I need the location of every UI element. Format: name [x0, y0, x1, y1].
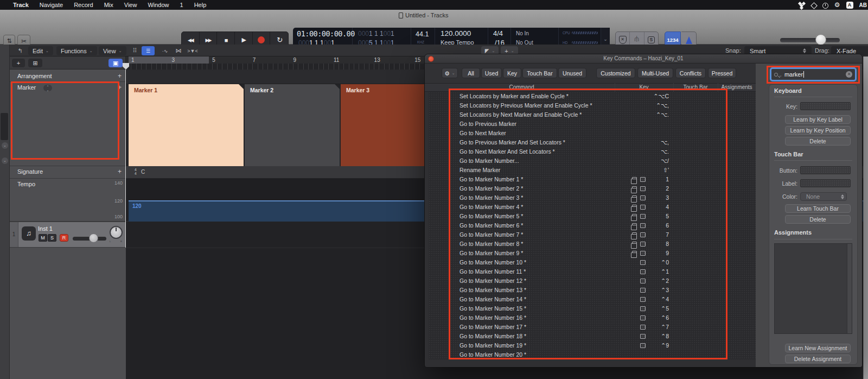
command-row[interactable]: Go to Marker Number 9 *9	[429, 249, 756, 258]
touchbar-label-field[interactable]	[800, 179, 851, 187]
menu-item-record[interactable]: Record	[68, 2, 98, 8]
command-row[interactable]: Go to Marker Number 7 *7	[429, 230, 756, 239]
catch-filter-icon[interactable]: >▼<	[187, 46, 199, 55]
undo-arrow-icon[interactable]: ↰	[14, 46, 26, 55]
command-row[interactable]: Go to Previous Marker And Set Locators *…	[429, 138, 756, 147]
column-touchbar[interactable]: Touch Bar	[673, 84, 718, 90]
functions-menu-button[interactable]: Functions⌄	[56, 46, 97, 55]
clear-search-icon[interactable]: ✕	[846, 71, 852, 78]
record-enable-button[interactable]: R	[60, 234, 68, 242]
key-commands-titlebar[interactable]: Key Commands – Haozi_Key_01	[425, 54, 862, 64]
command-row[interactable]: Go to Marker Number 20 *	[429, 350, 756, 359]
command-row[interactable]: Go to Marker Number 13 *⌃3	[429, 286, 756, 295]
menu-item-1[interactable]: 1	[175, 2, 189, 8]
library-panel-button[interactable]: ▣	[108, 59, 123, 67]
command-row[interactable]: Set Locators by Previous Marker and Enab…	[429, 101, 756, 110]
tab-used[interactable]: Used	[481, 68, 502, 78]
command-row[interactable]: Go to Marker Number 14 *⌃4	[429, 295, 756, 304]
master-volume-slider[interactable]	[780, 38, 840, 42]
menu-item-view[interactable]: View	[119, 2, 143, 8]
command-row[interactable]: Go to Marker Number 17 *⌃7	[429, 323, 756, 332]
command-row[interactable]: Go to Marker Number 18 *⌃8	[429, 332, 756, 341]
delete-key-button[interactable]: Delete	[785, 137, 851, 146]
menu-item-help[interactable]: Help	[189, 2, 212, 8]
mute-button[interactable]: M	[39, 234, 47, 242]
grid-view-icon[interactable]: ⠿	[129, 46, 140, 55]
command-row[interactable]: Go to Marker Number 11 *⌃1	[429, 267, 756, 276]
learn-touch-bar-button[interactable]: Learn Touch Bar	[785, 204, 851, 213]
menu-item-mix[interactable]: Mix	[99, 2, 119, 8]
column-command[interactable]: Command	[429, 84, 615, 90]
filter-pressed[interactable]: Pressed	[708, 68, 736, 78]
filter-multi-used[interactable]: Multi-Used	[637, 68, 673, 78]
track-volume-thumb[interactable]	[89, 233, 98, 243]
add-signature-icon[interactable]: +	[118, 168, 122, 175]
list-view-icon[interactable]: ☰	[142, 46, 155, 55]
command-row[interactable]: Go to Marker Number 8 *8	[429, 239, 756, 249]
stepper-chevron-icon[interactable]: ⌄	[2, 142, 8, 149]
tempo-track-header[interactable]: Tempo 140 120 100	[10, 179, 126, 222]
command-row[interactable]: Go to Marker Number...⌥/	[429, 156, 756, 166]
learn-by-key-position-button[interactable]: Learn by Key Position	[785, 126, 851, 135]
command-row[interactable]: Go to Next Marker And Set Locators *⌥.	[429, 147, 756, 156]
search-field[interactable]: ⌄ marker ✕	[770, 67, 857, 81]
add-arrangement-icon[interactable]: +	[118, 72, 122, 80]
command-row[interactable]: Go to Marker Number 6 *6	[429, 221, 756, 230]
learn-by-key-label-button[interactable]: Learn by Key Label	[785, 115, 851, 124]
column-assignments[interactable]: Assignments	[718, 84, 756, 90]
time-machine-icon[interactable]	[822, 3, 828, 9]
search-input-value[interactable]: marker	[784, 71, 803, 78]
command-row[interactable]: Go to Previous Marker	[429, 119, 756, 129]
pan-knob[interactable]	[110, 226, 123, 239]
arrangement-track-header[interactable]: Arrangement +	[10, 71, 126, 82]
command-row[interactable]: Rename Marker⇧'	[429, 166, 756, 175]
solo-button[interactable]: S	[48, 234, 56, 242]
command-row[interactable]: Go to Next Marker	[429, 129, 756, 138]
command-row[interactable]: Go to Marker Number 15 *⌃5	[429, 304, 756, 313]
master-volume-thumb[interactable]	[815, 34, 826, 45]
delete-assignment-button[interactable]: Delete Assignment	[785, 355, 851, 363]
edit-menu-button[interactable]: Edit⌄	[28, 46, 53, 55]
command-row[interactable]: Go to Marker Number 19 *⌃9	[429, 341, 756, 350]
cycle-region[interactable]	[129, 56, 209, 64]
key-field[interactable]	[800, 102, 851, 110]
instrument-track-header[interactable]: 1 ♫ Inst 1 M S R L R	[10, 222, 126, 248]
delete-touchbar-button[interactable]: Delete	[785, 215, 851, 224]
command-row[interactable]: Go to Marker Number 3 *3	[429, 193, 756, 203]
settings-gear-icon[interactable]: ⚙	[834, 1, 840, 9]
command-row[interactable]: Set Locators by Marker and Enable Cycle …	[429, 92, 756, 101]
duplicate-track-button[interactable]: ⊞	[28, 59, 42, 67]
add-marker-icon[interactable]: +	[118, 84, 122, 91]
add-track-button[interactable]: +	[12, 59, 25, 67]
dropbox-icon[interactable]	[798, 1, 806, 9]
gear-menu-button[interactable]: ⚙⌄	[442, 68, 458, 78]
vertical-scrollbar[interactable]	[863, 56, 868, 379]
menu-item-navigate[interactable]: Navigate	[34, 2, 68, 8]
touchbar-button-field[interactable]	[800, 166, 851, 174]
signature-track-header[interactable]: Signature +	[10, 166, 126, 179]
command-row[interactable]: Go to Marker Number 10 *⌃0	[429, 258, 756, 267]
color-dropdown[interactable]: None	[800, 192, 847, 201]
learn-new-assignment-button[interactable]: Learn New Assignment	[785, 344, 851, 352]
command-row[interactable]: Set Locators by Next Marker and Enable C…	[429, 110, 756, 119]
command-row[interactable]: Go to Marker Number 12 *⌃2	[429, 276, 756, 286]
command-row[interactable]: Go to Marker Number 5 *5	[429, 212, 756, 221]
menu-item-window[interactable]: Window	[142, 2, 174, 8]
menu-ab-icon[interactable]: AB	[859, 2, 867, 8]
column-key[interactable]: Key	[615, 84, 673, 90]
marker-region-1[interactable]: Marker 1	[129, 84, 244, 166]
tab-all[interactable]: All	[462, 68, 480, 78]
command-row[interactable]: Go to Marker Number 2 *2	[429, 184, 756, 193]
track-name[interactable]: Inst 1	[38, 225, 53, 232]
status-diamond-icon[interactable]	[810, 2, 818, 9]
filter-conflicts[interactable]: Conflicts	[675, 68, 706, 78]
command-row[interactable]: Go to Marker Number 16 *⌃6	[429, 313, 756, 323]
marker-track-header[interactable]: Marker ⌃⌄ +	[10, 82, 126, 166]
view-menu-button[interactable]: View⌄	[99, 46, 126, 55]
assignments-list-box[interactable]	[774, 243, 852, 334]
command-row[interactable]: Go to Marker Number 1 *1	[429, 175, 756, 184]
filter-customized[interactable]: Customized	[596, 68, 635, 78]
command-row[interactable]: Go to Marker Number 4 *4	[429, 203, 756, 212]
menu-item-track[interactable]: Track	[8, 2, 34, 8]
stepper-chevron-icon[interactable]: ⌄	[2, 157, 8, 164]
